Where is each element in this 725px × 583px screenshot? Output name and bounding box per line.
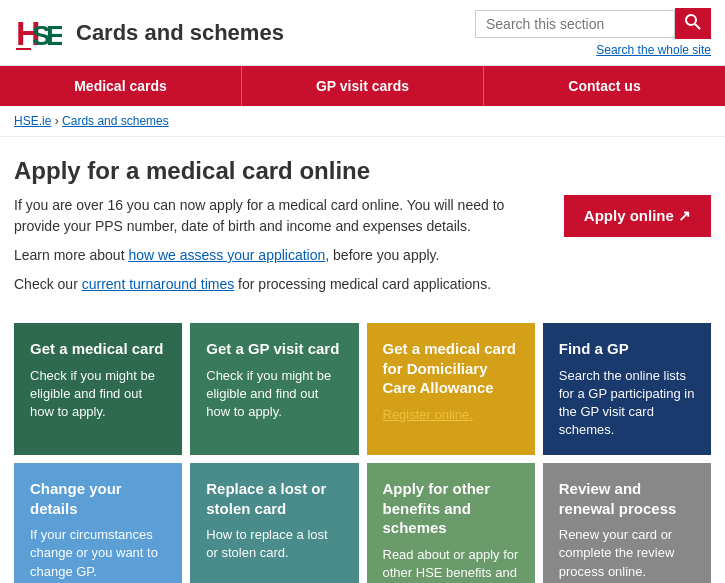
intro-text: If you are over 16 you can now apply for… [14,195,544,303]
intro-section: If you are over 16 you can now apply for… [14,195,711,303]
cards-grid: Get a medical card Check if you might be… [14,323,711,583]
search-icon [685,14,701,30]
hse-logo: H S E [14,9,62,57]
card-review-renewal[interactable]: Review and renewal process Renew your ca… [543,463,711,583]
breadcrumb-current[interactable]: Cards and schemes [62,114,169,128]
nav-medical-cards[interactable]: Medical cards [0,66,242,106]
search-bar [475,8,711,39]
card-other-benefits[interactable]: Apply for other benefits and schemes Rea… [367,463,535,583]
svg-line-6 [695,24,700,29]
breadcrumb: HSE.ie › Cards and schemes [0,106,725,137]
search-input[interactable] [475,10,675,38]
card-find-gp[interactable]: Find a GP Search the online lists for a … [543,323,711,455]
learn-more-prefix: Learn more about [14,247,128,263]
card-change-details[interactable]: Change your details If your circumstance… [14,463,182,583]
header-left: H S E Cards and schemes [14,9,284,57]
turnaround-link[interactable]: current turnaround times [82,276,235,292]
intro-paragraph: If you are over 16 you can now apply for… [14,195,544,237]
card-title: Get a medical card for Domiciliary Care … [383,339,519,398]
card-desc: Renew your card or complete the review p… [559,526,695,581]
svg-point-5 [686,15,696,25]
site-title: Cards and schemes [76,20,284,46]
card-desc: Check if you might be eligible and find … [30,367,166,422]
card-desc: Check if you might be eligible and find … [206,367,342,422]
card-title: Get a medical card [30,339,166,359]
search-whole-site-link[interactable]: Search the whole site [596,43,711,57]
turnaround-paragraph: Check our current turnaround times for p… [14,274,544,295]
card-title: Get a GP visit card [206,339,342,359]
learn-more-paragraph: Learn more about how we assess your appl… [14,245,544,266]
card-lost-stolen[interactable]: Replace a lost or stolen card How to rep… [190,463,358,583]
card-gp-visit-card[interactable]: Get a GP visit card Check if you might b… [190,323,358,455]
main-nav: Medical cards GP visit cards Contact us [0,66,725,106]
card-desc: If your circumstances change or you want… [30,526,166,581]
svg-text:E: E [46,20,62,51]
breadcrumb-home[interactable]: HSE.ie [14,114,51,128]
header-right: Search the whole site [475,8,711,57]
register-online-link[interactable]: Register online. [383,407,473,422]
card-title: Find a GP [559,339,695,359]
card-title: Review and renewal process [559,479,695,518]
card-medical-card[interactable]: Get a medical card Check if you might be… [14,323,182,455]
search-button[interactable] [675,8,711,39]
nav-gp-visit-cards[interactable]: GP visit cards [242,66,484,106]
turnaround-prefix: Check our [14,276,82,292]
site-header: H S E Cards and schemes Search the whole… [0,0,725,66]
page-title: Apply for a medical card online [14,157,711,185]
nav-contact-us[interactable]: Contact us [484,66,725,106]
card-title: Change your details [30,479,166,518]
main-content: Apply for a medical card online If you a… [0,137,725,583]
card-desc: Search the online lists for a GP partici… [559,367,695,440]
learn-more-suffix: , before you apply. [325,247,439,263]
apply-online-button[interactable]: Apply online ↗ [564,195,711,237]
learn-more-link[interactable]: how we assess your application [128,247,325,263]
breadcrumb-separator: › [55,114,62,128]
card-title: Replace a lost or stolen card [206,479,342,518]
card-desc: How to replace a lost or stolen card. [206,526,342,562]
card-desc: Register online. [383,406,519,424]
turnaround-suffix: for processing medical card applications… [234,276,491,292]
card-title: Apply for other benefits and schemes [383,479,519,538]
card-desc: Read about or apply for other HSE benefi… [383,546,519,583]
card-domiciliary[interactable]: Get a medical card for Domiciliary Care … [367,323,535,455]
